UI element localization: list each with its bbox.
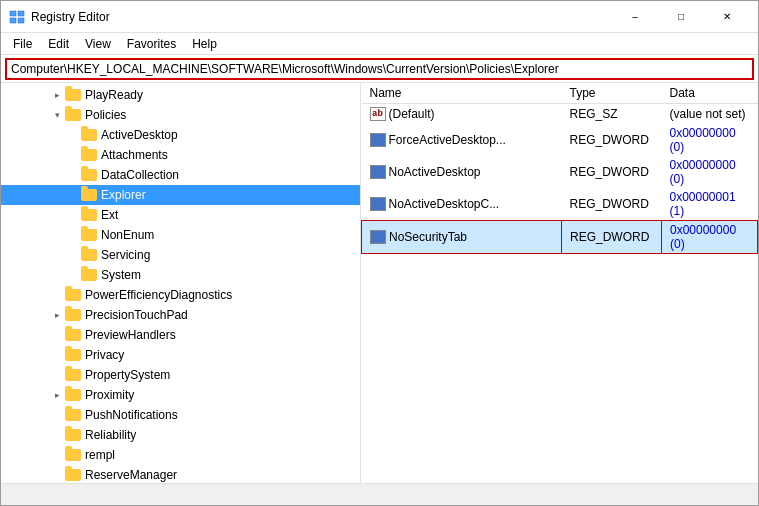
folder-icon-pushnotifications (65, 407, 81, 423)
tree-expander-system[interactable] (65, 267, 81, 283)
svg-rect-14 (373, 205, 377, 209)
tree-node-pushnotifications[interactable]: PushNotifications (1, 405, 360, 425)
tree-expander-ext[interactable] (65, 207, 81, 223)
tree-node-system[interactable]: System (1, 265, 360, 285)
tree-node-ext[interactable]: Ext (1, 205, 360, 225)
tree-expander-activedesktop[interactable] (65, 127, 81, 143)
tree-expander-proximity[interactable]: ▸ (49, 387, 65, 403)
tree-node-precisiontouchpad[interactable]: ▸PrecisionTouchPad (1, 305, 360, 325)
tree-expander-servicing[interactable] (65, 247, 81, 263)
svg-rect-12 (373, 199, 377, 203)
folder-icon-rempl (65, 447, 81, 463)
tree-pane[interactable]: ▸PlayReady▾PoliciesActiveDesktopAttachme… (1, 83, 361, 483)
tree-expander-rempl[interactable] (49, 447, 65, 463)
tree-label-pushnotifications: PushNotifications (84, 408, 178, 422)
tree-label-ext: Ext (100, 208, 118, 222)
table-row[interactable]: NoActiveDesktopREG_DWORD0x00000000 (0) (362, 156, 758, 188)
tree-label-activedesktop: ActiveDesktop (100, 128, 178, 142)
tree-node-activedesktop[interactable]: ActiveDesktop (1, 125, 360, 145)
svg-rect-10 (373, 173, 377, 177)
tree-node-servicing[interactable]: Servicing (1, 245, 360, 265)
window-title: Registry Editor (31, 10, 612, 24)
tree-node-rempl[interactable]: rempl (1, 445, 360, 465)
tree-node-playready[interactable]: ▸PlayReady (1, 85, 360, 105)
menu-bar: FileEditViewFavoritesHelp (1, 33, 758, 55)
tree-label-explorer: Explorer (100, 188, 146, 202)
tree-expander-powerefficiency[interactable] (49, 287, 65, 303)
tree-label-system: System (100, 268, 141, 282)
tree-label-precisiontouchpad: PrecisionTouchPad (84, 308, 188, 322)
tree-expander-privacy[interactable] (49, 347, 65, 363)
tree-expander-attachments[interactable] (65, 147, 81, 163)
svg-rect-17 (379, 232, 383, 236)
svg-rect-16 (373, 232, 377, 236)
tree-expander-precisiontouchpad[interactable]: ▸ (49, 307, 65, 323)
tree-node-proximity[interactable]: ▸Proximity (1, 385, 360, 405)
col-header-type[interactable]: Type (562, 83, 662, 104)
tree-label-propertysystem: PropertySystem (84, 368, 170, 382)
table-row[interactable]: ab(Default)REG_SZ(value not set) (362, 104, 758, 124)
folder-icon-previewhandlers (65, 327, 81, 343)
folder-icon-privacy (65, 347, 81, 363)
menu-item-edit[interactable]: Edit (40, 35, 77, 53)
svg-rect-13 (379, 199, 383, 203)
tree-node-nonenum[interactable]: NonEnum (1, 225, 360, 245)
col-header-name[interactable]: Name (362, 83, 562, 104)
svg-rect-5 (379, 135, 383, 139)
tree-node-previewhandlers[interactable]: PreviewHandlers (1, 325, 360, 345)
tree-expander-policies[interactable]: ▾ (49, 107, 65, 123)
tree-expander-explorer[interactable] (65, 187, 81, 203)
table-row[interactable]: NoActiveDesktopC...REG_DWORD0x00000001 (… (362, 188, 758, 221)
tree-expander-reliability[interactable] (49, 427, 65, 443)
detail-table: Name Type Data ab(Default)REG_SZ(value n… (361, 83, 758, 254)
menu-item-file[interactable]: File (5, 35, 40, 53)
tree-label-proximity: Proximity (84, 388, 134, 402)
close-button[interactable]: ✕ (704, 1, 750, 33)
detail-row-data-2: 0x00000000 (0) (662, 156, 758, 188)
tree-expander-nonenum[interactable] (65, 227, 81, 243)
svg-rect-9 (379, 167, 383, 171)
tree-expander-playready[interactable]: ▸ (49, 87, 65, 103)
reg-icon-1 (370, 133, 386, 147)
tree-node-reliability[interactable]: Reliability (1, 425, 360, 445)
address-input[interactable] (5, 58, 754, 80)
menu-item-favorites[interactable]: Favorites (119, 35, 184, 53)
table-row[interactable]: NoSecurityTabREG_DWORD0x00000000 (0) (362, 220, 758, 253)
detail-row-name-1: ForceActiveDesktop... (389, 133, 506, 147)
tree-label-rempl: rempl (84, 448, 115, 462)
detail-row-data-4: 0x00000000 (0) (662, 220, 758, 253)
col-header-data[interactable]: Data (662, 83, 758, 104)
folder-icon-reliability (65, 427, 81, 443)
svg-rect-6 (373, 141, 377, 145)
maximize-button[interactable]: □ (658, 1, 704, 33)
folder-icon-policies (65, 107, 81, 123)
folder-icon-nonenum (81, 227, 97, 243)
tree-node-propertysystem[interactable]: PropertySystem (1, 365, 360, 385)
reg-icon-4 (370, 230, 386, 244)
tree-node-powerefficiency[interactable]: PowerEfficiencyDiagnostics (1, 285, 360, 305)
tree-node-datacollection[interactable]: DataCollection (1, 165, 360, 185)
tree-expander-propertysystem[interactable] (49, 367, 65, 383)
tree-label-reservemanager: ReserveManager (84, 468, 177, 482)
menu-item-view[interactable]: View (77, 35, 119, 53)
tree-expander-reservemanager[interactable] (49, 467, 65, 483)
registry-editor-window: Registry Editor – □ ✕ FileEditViewFavori… (0, 0, 759, 506)
svg-rect-2 (10, 18, 16, 23)
menu-item-help[interactable]: Help (184, 35, 225, 53)
detail-row-type-4: REG_DWORD (562, 220, 662, 253)
detail-name-cell-0: ab(Default) (370, 107, 554, 121)
tree-expander-previewhandlers[interactable] (49, 327, 65, 343)
table-row[interactable]: ForceActiveDesktop...REG_DWORD0x00000000… (362, 124, 758, 156)
tree-node-privacy[interactable]: Privacy (1, 345, 360, 365)
tree-node-attachments[interactable]: Attachments (1, 145, 360, 165)
tree-node-policies[interactable]: ▾Policies (1, 105, 360, 125)
svg-rect-1 (18, 11, 24, 16)
tree-expander-pushnotifications[interactable] (49, 407, 65, 423)
tree-node-reservemanager[interactable]: ReserveManager (1, 465, 360, 483)
tree-label-attachments: Attachments (100, 148, 168, 162)
tree-expander-datacollection[interactable] (65, 167, 81, 183)
tree-node-explorer[interactable]: Explorer (1, 185, 360, 205)
minimize-button[interactable]: – (612, 1, 658, 33)
tree-label-previewhandlers: PreviewHandlers (84, 328, 176, 342)
detail-pane[interactable]: Name Type Data ab(Default)REG_SZ(value n… (361, 83, 758, 483)
